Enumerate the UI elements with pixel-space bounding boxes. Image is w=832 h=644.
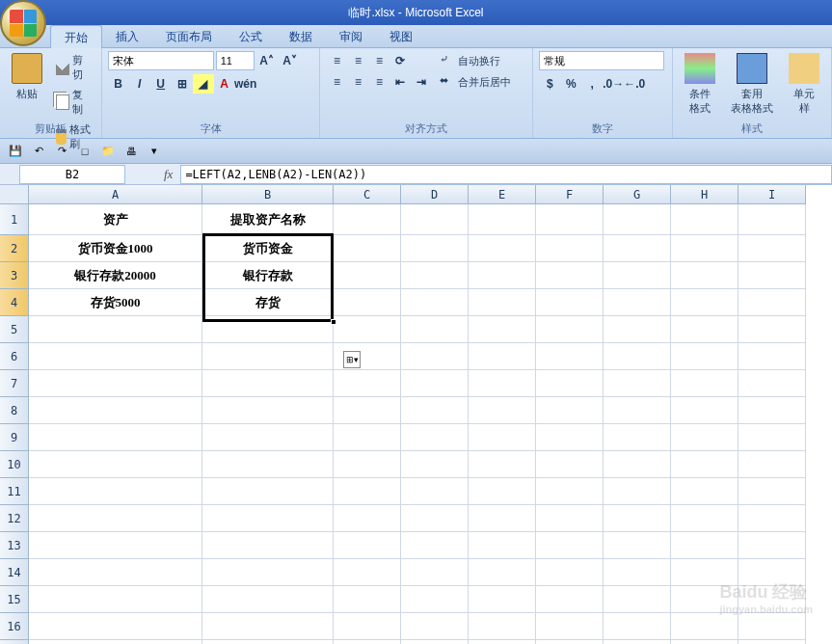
cell-a5[interactable] [29, 316, 202, 343]
cell-h13[interactable] [671, 532, 738, 559]
orientation-button[interactable]: ⟳ [389, 51, 411, 70]
row-header-9[interactable]: 9 [0, 424, 29, 451]
fx-icon[interactable]: fx [125, 167, 180, 182]
cell-e8[interactable] [469, 397, 536, 424]
row-header-14[interactable]: 14 [0, 559, 29, 586]
row-header-2[interactable]: 2 [0, 235, 29, 262]
cell-h17[interactable] [671, 640, 738, 644]
cell-d6[interactable] [401, 343, 469, 370]
cell-c17[interactable] [334, 640, 401, 644]
row-header-6[interactable]: 6 [0, 343, 29, 370]
office-button[interactable] [0, 0, 46, 46]
cell-f16[interactable] [536, 613, 604, 640]
cell-g13[interactable] [604, 532, 671, 559]
col-header-e[interactable]: E [469, 185, 536, 204]
cell-c7[interactable] [334, 370, 401, 397]
cell-d7[interactable] [401, 370, 469, 397]
cell-f5[interactable] [536, 316, 604, 343]
row-header-1[interactable]: 1 [0, 204, 29, 235]
cell-b9[interactable] [202, 424, 334, 451]
cell-b1[interactable]: 提取资产名称 [202, 204, 334, 235]
cell-a13[interactable] [29, 532, 202, 559]
col-header-d[interactable]: D [401, 185, 469, 204]
cell-c9[interactable] [334, 424, 401, 451]
cell-h8[interactable] [671, 397, 738, 424]
inc-decimal-button[interactable]: .0→ [603, 74, 624, 94]
cell-e13[interactable] [469, 532, 536, 559]
select-all-corner[interactable] [0, 185, 29, 204]
align-center-button[interactable]: ≡ [347, 72, 368, 92]
col-header-f[interactable]: F [536, 185, 604, 204]
cell-g14[interactable] [604, 559, 671, 586]
cell-c8[interactable] [334, 397, 401, 424]
cell-a1[interactable]: 资产 [29, 204, 202, 235]
cell-e12[interactable] [469, 505, 536, 532]
cell-a14[interactable] [29, 559, 202, 586]
cell-f15[interactable] [536, 586, 604, 613]
font-color-button[interactable]: A [214, 74, 235, 94]
cell-a3[interactable]: 银行存款20000 [29, 262, 202, 289]
cell-a7[interactable] [29, 370, 202, 397]
cell-d10[interactable] [401, 451, 469, 478]
cell-b10[interactable] [202, 451, 334, 478]
cell-f6[interactable] [536, 343, 604, 370]
cell-e2[interactable] [469, 235, 536, 262]
cell-d1[interactable] [401, 204, 469, 235]
cell-h1[interactable] [671, 204, 738, 235]
cell-e15[interactable] [469, 586, 536, 613]
cell-c1[interactable] [334, 204, 401, 235]
cell-i16[interactable] [738, 613, 806, 640]
cell-f13[interactable] [536, 532, 604, 559]
cell-d11[interactable] [401, 478, 469, 505]
cell-e5[interactable] [469, 316, 536, 343]
cell-b8[interactable] [202, 397, 334, 424]
cell-h10[interactable] [671, 451, 738, 478]
cell-d14[interactable] [401, 559, 469, 586]
cell-b13[interactable] [202, 532, 334, 559]
tab-data[interactable]: 数据 [276, 25, 326, 47]
cell-g8[interactable] [604, 397, 671, 424]
tab-review[interactable]: 审阅 [326, 25, 376, 47]
cell-f4[interactable] [536, 289, 604, 316]
cell-b3[interactable]: 银行存款 [202, 262, 334, 289]
cell-f7[interactable] [536, 370, 604, 397]
cell-i13[interactable] [738, 532, 806, 559]
name-box[interactable] [19, 165, 125, 184]
percent-button[interactable]: % [560, 74, 581, 94]
cell-e7[interactable] [469, 370, 536, 397]
cell-e10[interactable] [469, 451, 536, 478]
cell-d17[interactable] [401, 640, 469, 644]
cell-a8[interactable] [29, 397, 202, 424]
cell-b15[interactable] [202, 586, 334, 613]
cell-d8[interactable] [401, 397, 469, 424]
border-button[interactable]: ⊞ [172, 74, 193, 94]
qat-open-button[interactable]: 📁 [98, 142, 118, 161]
tab-formulas[interactable]: 公式 [226, 25, 276, 47]
cell-f10[interactable] [536, 451, 604, 478]
cell-d13[interactable] [401, 532, 469, 559]
decrease-font-button[interactable]: A˅ [280, 51, 301, 70]
cell-b12[interactable] [202, 505, 334, 532]
merge-center-button[interactable]: ⬌合并后居中 [436, 72, 515, 92]
cell-i2[interactable] [738, 235, 806, 262]
cell-c16[interactable] [334, 613, 401, 640]
copy-button[interactable]: 复制 [52, 86, 95, 119]
cell-a10[interactable] [29, 451, 202, 478]
row-header-15[interactable]: 15 [0, 586, 29, 613]
cell-a4[interactable]: 存货5000 [29, 289, 202, 316]
font-name-select[interactable] [108, 51, 214, 70]
cell-f2[interactable] [536, 235, 604, 262]
cell-c4[interactable] [334, 289, 401, 316]
cell-g10[interactable] [604, 451, 671, 478]
cell-g12[interactable] [604, 505, 671, 532]
cell-i10[interactable] [738, 451, 806, 478]
cell-b6[interactable] [202, 343, 334, 370]
cell-g16[interactable] [604, 613, 671, 640]
cell-f12[interactable] [536, 505, 604, 532]
cell-grid[interactable]: ⊞▾ 资产提取资产名称货币资金1000货币资金银行存款20000银行存款存货50… [29, 204, 806, 644]
underline-button[interactable]: U [150, 74, 172, 94]
cell-h4[interactable] [671, 289, 738, 316]
cell-e9[interactable] [469, 424, 536, 451]
tab-home[interactable]: 开始 [50, 25, 102, 48]
cell-d15[interactable] [401, 586, 469, 613]
